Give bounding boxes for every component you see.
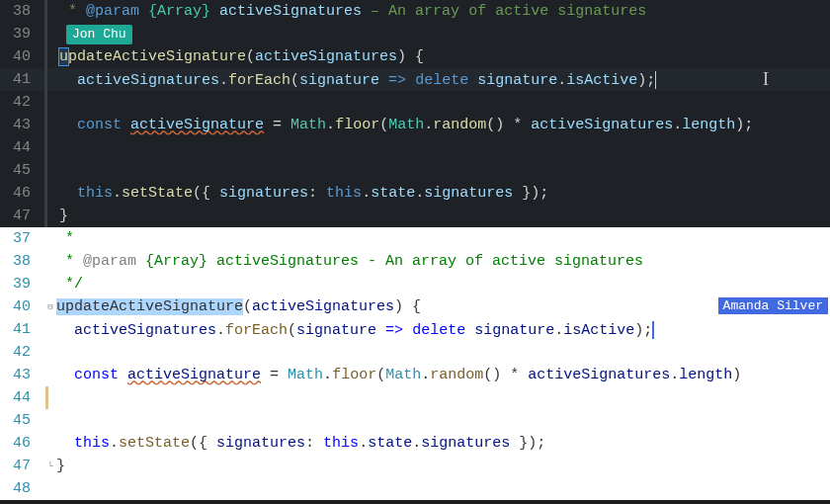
- code-line[interactable]: 44: [0, 136, 830, 159]
- code-content[interactable]: const activeSignature = Math.floor(Math.…: [59, 117, 830, 133]
- line-number: 46: [0, 435, 44, 452]
- line-number: 45: [0, 412, 44, 429]
- code-line[interactable]: 48: [0, 477, 830, 500]
- line-number: 42: [0, 344, 44, 361]
- code-line[interactable]: 38 * @param {Array} activeSignatures - A…: [0, 250, 830, 273]
- code-content[interactable]: updateActiveSignature(activeSignatures) …: [59, 48, 830, 65]
- line-number: 38: [0, 3, 44, 20]
- line-number: 44: [0, 139, 44, 156]
- code-line[interactable]: 42: [0, 341, 830, 364]
- editor-pane-modified[interactable]: 37 * 38 * @param {Array} activeSignature…: [0, 227, 830, 500]
- fold-end-icon[interactable]: └: [44, 462, 56, 471]
- code-content[interactable]: activeSignatures.forEach(signature => de…: [59, 71, 830, 89]
- code-line[interactable]: 37 *: [0, 227, 830, 250]
- line-number: 41: [0, 71, 44, 88]
- code-line[interactable]: 47 }: [0, 205, 830, 227]
- line-number: 47: [0, 208, 44, 224]
- line-number: 45: [0, 162, 44, 179]
- line-number: 39: [0, 276, 44, 293]
- code-line[interactable]: 42: [0, 91, 830, 114]
- code-line[interactable]: 45: [0, 409, 830, 432]
- diff-editor: 38 * @param {Array} activeSignatures – A…: [0, 0, 830, 504]
- code-line[interactable]: 47 └ }: [0, 455, 830, 477]
- line-number: 47: [0, 458, 44, 474]
- codelens-author-tag[interactable]: Amanda Silver: [718, 297, 828, 314]
- code-line[interactable]: 40 ⊟ updateActiveSignature(activeSignatu…: [0, 295, 830, 318]
- code-line[interactable]: 38 * @param {Array} activeSignatures – A…: [0, 0, 830, 23]
- line-number: 39: [0, 26, 44, 42]
- code-line[interactable]: 46 this.setState({ signatures: this.stat…: [0, 182, 830, 205]
- modification-indicator: [45, 386, 48, 409]
- line-number: 48: [0, 480, 44, 497]
- code-line[interactable]: 45: [0, 159, 830, 182]
- code-line[interactable]: 44: [0, 386, 830, 409]
- fold-icon[interactable]: ⊟: [44, 301, 56, 312]
- editor-pane-original[interactable]: 38 * @param {Array} activeSignatures – A…: [0, 0, 830, 227]
- line-number: 40: [0, 298, 44, 315]
- line-number: 43: [0, 117, 44, 133]
- code-line[interactable]: 39 */: [0, 273, 830, 295]
- gutter-divider: [44, 0, 47, 23]
- ibeam-cursor-icon: I: [763, 69, 769, 90]
- code-content[interactable]: }: [59, 208, 830, 224]
- line-number: 41: [0, 321, 44, 338]
- code-line[interactable]: 41 activeSignatures.forEach(signature =>…: [0, 318, 830, 341]
- code-line[interactable]: 43 const activeSignature = Math.floor(Ma…: [0, 364, 830, 386]
- codelens-author-tag[interactable]: Jon Chu: [66, 25, 132, 44]
- line-number: 37: [0, 230, 44, 247]
- collaborator-cursor: [652, 321, 654, 339]
- code-line-active[interactable]: 41 activeSignatures.forEach(signature =>…: [0, 68, 830, 91]
- line-number: 38: [0, 253, 44, 270]
- code-line[interactable]: 46 this.setState({ signatures: this.stat…: [0, 432, 830, 455]
- code-line[interactable]: 43 const activeSignature = Math.floor(Ma…: [0, 114, 830, 136]
- code-content[interactable]: this.setState({ signatures: this.state.s…: [59, 185, 830, 202]
- text-cursor: [655, 71, 656, 89]
- line-number: 40: [0, 48, 44, 65]
- line-number: 46: [0, 185, 44, 202]
- line-number: 44: [0, 389, 44, 406]
- line-number: 42: [0, 94, 44, 111]
- line-number: 43: [0, 367, 44, 383]
- code-content: Jon Chu: [59, 25, 830, 44]
- code-line-blame[interactable]: 39 Jon Chu: [0, 23, 830, 45]
- code-content[interactable]: * @param {Array} activeSignatures – An a…: [59, 3, 830, 20]
- code-line[interactable]: 40 updateActiveSignature(activeSignature…: [0, 45, 830, 68]
